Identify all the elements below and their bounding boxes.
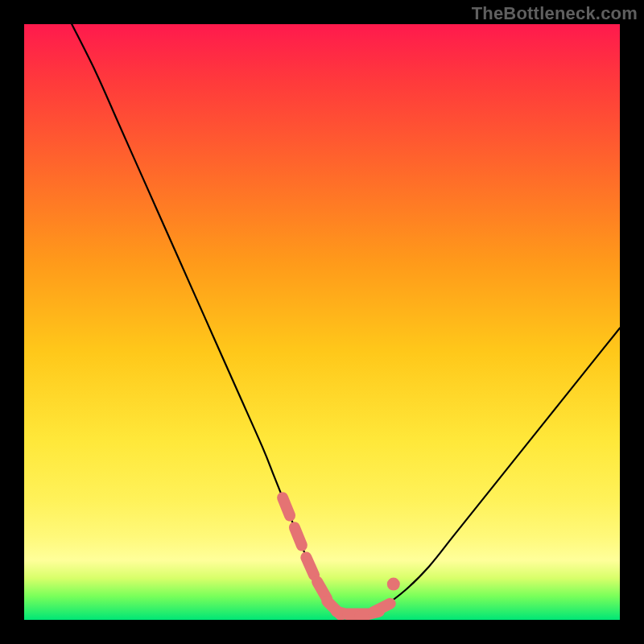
highlight-group — [283, 497, 400, 616]
watermark-text: TheBottleneck.com — [472, 3, 638, 24]
highlight-segment — [283, 497, 290, 515]
chart-frame: TheBottleneck.com — [0, 0, 644, 644]
highlight-segment — [373, 604, 390, 613]
highlight-segment — [295, 527, 302, 545]
highlight-segment — [306, 557, 314, 575]
bottleneck-curve-path — [72, 24, 620, 614]
bottleneck-curve-svg — [24, 24, 620, 620]
plot-area — [24, 24, 620, 620]
highlight-dot — [387, 578, 400, 591]
